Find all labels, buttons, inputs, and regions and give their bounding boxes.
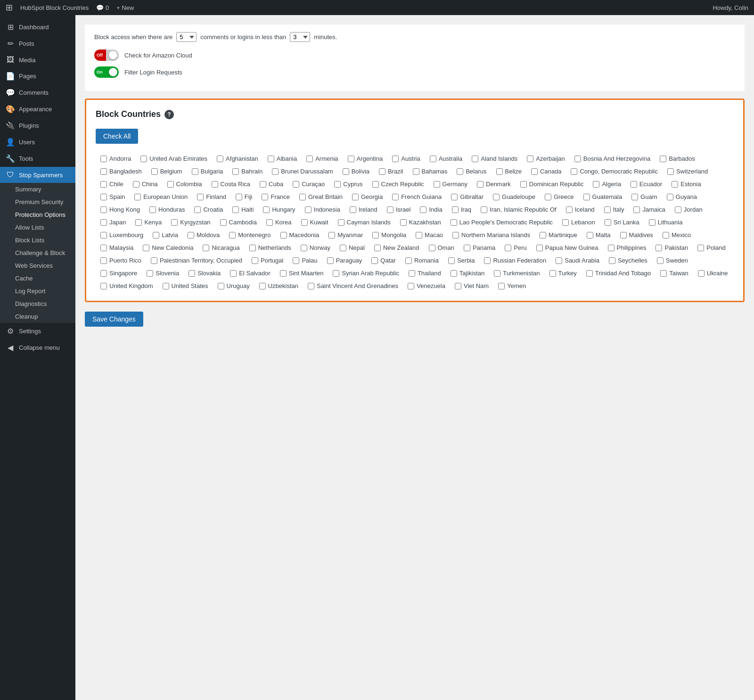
country-checkbox-afghanistan[interactable] [217,156,223,162]
country-checkbox-bahrain[interactable] [232,168,239,175]
country-checkbox-guatemala[interactable] [583,194,590,200]
country-checkbox-united-states[interactable] [163,283,169,289]
country-checkbox-guadeloupe[interactable] [493,194,500,200]
country-checkbox-oman[interactable] [429,245,435,251]
sidebar-item-users[interactable]: 👤 Users [0,134,75,150]
country-checkbox-canada[interactable] [531,168,538,175]
submenu-premium-security[interactable]: Premium Security [0,196,75,208]
country-checkbox-denmark[interactable] [477,181,484,188]
country-checkbox-palestinian-territory--occupied[interactable] [151,257,157,264]
country-checkbox-algeria[interactable] [593,181,599,188]
country-checkbox-viet-nam[interactable] [455,283,461,289]
country-checkbox-puerto-rico[interactable] [100,257,107,264]
country-checkbox-india[interactable] [420,206,426,213]
country-checkbox-slovakia[interactable] [188,270,195,277]
country-checkbox-new-caledonia[interactable] [143,245,149,251]
toggle-filter-login[interactable]: On [94,66,119,78]
country-checkbox-norway[interactable] [301,245,307,251]
country-checkbox-venezuela[interactable] [408,283,414,289]
sidebar-item-plugins[interactable]: 🔌 Plugins [0,117,75,134]
country-checkbox-bulgaria[interactable] [192,168,198,175]
country-checkbox-papua-new-guinea[interactable] [536,245,543,251]
sidebar-item-comments[interactable]: 💬 Comments [0,84,75,101]
country-checkbox-indonesia[interactable] [305,206,311,213]
country-checkbox-korea[interactable] [266,219,273,226]
country-checkbox-maldives[interactable] [620,232,627,239]
country-checkbox-kyrgyzstan[interactable] [171,219,178,226]
sidebar-item-settings[interactable]: ⚙ Settings [0,323,75,339]
country-checkbox-trinidad-and-tobago[interactable] [586,270,593,277]
country-checkbox-haiti[interactable] [232,206,239,213]
country-checkbox-brazil[interactable] [379,168,385,175]
country-checkbox-guam[interactable] [631,194,638,200]
country-checkbox-malta[interactable] [587,232,593,239]
country-checkbox-georgia[interactable] [352,194,359,200]
country-checkbox-armenia[interactable] [306,156,313,162]
country-checkbox-cura-ao[interactable] [293,181,299,188]
country-checkbox-gibraltar[interactable] [451,194,458,200]
country-checkbox-iran--islamic-republic-of[interactable] [481,206,487,213]
country-checkbox-aland-islands[interactable] [472,156,478,162]
country-checkbox-macao[interactable] [416,232,422,239]
sidebar-item-pages[interactable]: 📄 Pages [0,68,75,84]
country-checkbox-guyana[interactable] [667,194,673,200]
country-checkbox-slovenia[interactable] [147,270,153,277]
country-checkbox-iceland[interactable] [566,206,573,213]
country-checkbox-tajikistan[interactable] [451,270,457,277]
country-checkbox-montenegro[interactable] [229,232,236,239]
country-checkbox-congo--democratic-republic[interactable] [571,168,577,175]
country-checkbox-syrian-arab-republic[interactable] [333,270,339,277]
country-checkbox-myanmar[interactable] [328,232,335,239]
minutes-select[interactable]: 3 5 10 [290,32,310,42]
country-checkbox-italy[interactable] [604,206,611,213]
country-checkbox-chile[interactable] [100,181,107,188]
country-checkbox-bolivia[interactable] [343,168,349,175]
country-checkbox-bangladesh[interactable] [100,168,107,175]
comments-link[interactable]: 💬 0 [96,4,109,11]
country-checkbox-luxembourg[interactable] [100,232,107,239]
country-checkbox-paraguay[interactable] [327,257,334,264]
country-checkbox-northern-mariana-islands[interactable] [452,232,459,239]
country-checkbox-turkey[interactable] [549,270,556,277]
country-checkbox-turkmenistan[interactable] [494,270,500,277]
country-checkbox-peru[interactable] [505,245,511,251]
check-all-button[interactable]: Check All [96,129,138,144]
country-checkbox-costa-rica[interactable] [212,181,218,188]
country-checkbox-philippines[interactable] [608,245,615,251]
country-checkbox-romania[interactable] [405,257,412,264]
country-checkbox-france[interactable] [262,194,268,200]
country-checkbox-nepal[interactable] [340,245,346,251]
submenu-diagnostics[interactable]: Diagnostics [0,297,75,310]
country-checkbox-united-kingdom[interactable] [100,283,107,289]
country-checkbox-cuba[interactable] [260,181,266,188]
country-checkbox-estonia[interactable] [672,181,678,188]
country-checkbox-mongolia[interactable] [372,232,379,239]
country-checkbox-spain[interactable] [100,194,107,200]
country-checkbox-iraq[interactable] [452,206,459,213]
country-checkbox-honduras[interactable] [149,206,156,213]
country-checkbox-azerbaijan[interactable] [527,156,533,162]
help-icon[interactable]: ? [164,110,174,119]
country-checkbox-ecuador[interactable] [631,181,637,188]
sidebar-item-media[interactable]: 🖼 Media [0,52,75,68]
country-checkbox-martinique[interactable] [540,232,546,239]
country-checkbox-cambodia[interactable] [220,219,227,226]
save-changes-button[interactable]: Save Changes [85,312,143,327]
toggle-amazon-cloud[interactable]: Off [94,49,119,61]
country-checkbox-poland[interactable] [697,245,704,251]
country-checkbox-barbados[interactable] [660,156,666,162]
submenu-cleanup[interactable]: Cleanup [0,310,75,323]
country-checkbox-macedonia[interactable] [280,232,287,239]
country-checkbox-new-zealand[interactable] [374,245,381,251]
country-checkbox-panama[interactable] [464,245,470,251]
country-checkbox-switzerland[interactable] [667,168,674,175]
country-checkbox-ukraine[interactable] [698,270,705,277]
submenu-log-report[interactable]: Log Report [0,285,75,297]
submenu-protection-options[interactable]: Protection Options [0,208,75,221]
submenu-web-services[interactable]: Web Services [0,259,75,272]
submenu-summary[interactable]: Summary [0,183,75,196]
new-item-link[interactable]: + New [116,4,134,11]
country-checkbox-el-salvador[interactable] [230,270,237,277]
country-checkbox-japan[interactable] [100,219,107,226]
country-checkbox-croatia[interactable] [194,206,201,213]
